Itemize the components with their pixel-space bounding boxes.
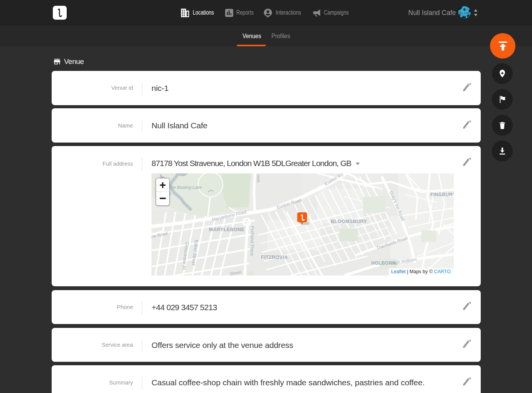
svg-text:FITZROVIA: FITZROVIA: [261, 255, 288, 260]
svg-text:Portland Place: Portland Place: [249, 226, 255, 256]
svg-text:reet: reet: [256, 175, 261, 183]
svg-text:MARYLEBONE: MARYLEBONE: [209, 227, 244, 232]
svg-text:BLOOMSBURY: BLOOMSBURY: [331, 219, 367, 224]
svg-text:HOLBORN: HOLBORN: [371, 260, 396, 266]
svg-text:NULL ISLAND: NULL ISLAND: [460, 12, 470, 14]
svg-text:FINSBURY: FINSBURY: [430, 192, 454, 197]
svg-text:The Boating Lake: The Boating Lake: [168, 185, 202, 190]
